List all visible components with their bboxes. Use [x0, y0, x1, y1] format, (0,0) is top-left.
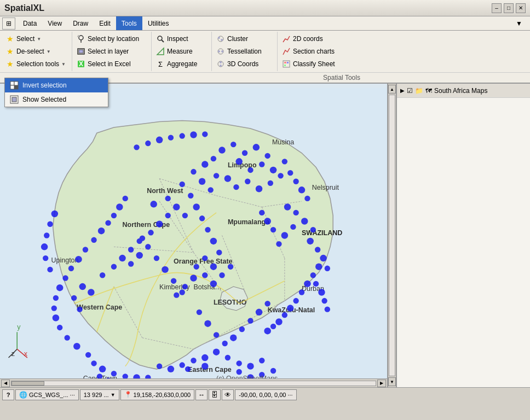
aggregate-button[interactable]: Σ Aggregate: [155, 58, 208, 70]
layer-checkbox[interactable]: ☑: [407, 87, 413, 95]
svg-point-64: [268, 180, 273, 186]
svg-line-8: [162, 40, 164, 42]
tree-expand-icon[interactable]: ▶: [400, 88, 405, 94]
toolbar-col-select: ★ Select ▼ ★ De-select ▼ ★ Selection too…: [1, 32, 72, 71]
svg-point-136: [111, 371, 117, 376]
svg-point-58: [201, 161, 208, 167]
svg-point-91: [287, 305, 293, 311]
menu-utilities[interactable]: Utilities: [142, 16, 175, 30]
inspect-button[interactable]: Inspect: [155, 33, 208, 45]
select-button[interactable]: ★ Select ▼: [4, 33, 68, 45]
scroll-track-v[interactable]: [389, 95, 395, 376]
svg-point-14: [218, 50, 220, 52]
measure-button[interactable]: Measure: [155, 45, 208, 57]
scroll-left-btn[interactable]: ◀: [1, 380, 10, 387]
select-in-layer-button[interactable]: Select in layer: [76, 45, 148, 57]
svg-point-15: [221, 50, 223, 52]
svg-point-119: [57, 325, 62, 330]
deselect-arrow: ▼: [47, 49, 51, 54]
svg-point-167: [228, 264, 233, 269]
svg-point-95: [264, 328, 270, 334]
svg-point-151: [71, 295, 77, 301]
svg-point-198: [47, 221, 53, 227]
svg-point-99: [325, 306, 330, 312]
sidebar-content: [397, 98, 530, 387]
svg-point-17: [220, 61, 222, 63]
tessellation-button[interactable]: Tessellation: [215, 45, 274, 57]
menu-draw[interactable]: Draw: [67, 16, 94, 30]
coords-label: 19,158,-20,630,0,000: [134, 392, 191, 398]
svg-rect-21: [287, 62, 289, 63]
menu-data[interactable]: Data: [18, 16, 42, 30]
eye-status[interactable]: 👁: [222, 389, 234, 400]
deselect-star-icon: ★: [5, 47, 14, 56]
svg-point-105: [201, 354, 208, 361]
svg-point-54: [270, 167, 276, 173]
classify-sheet-button[interactable]: Classify Sheet: [281, 58, 345, 70]
svg-point-158: [148, 230, 153, 235]
deselect-button[interactable]: ★ De-select ▼: [4, 45, 68, 57]
svg-point-92: [282, 312, 287, 318]
svg-point-67: [199, 178, 205, 184]
show-selected-item[interactable]: Show Selected: [5, 92, 108, 107]
menu-bar: ⊞ Data View Draw Edit Tools Utilities ▼: [0, 16, 530, 31]
invert-icon: [9, 80, 19, 90]
svg-point-127: [83, 247, 88, 252]
menu-grid-icon[interactable]: ⊞: [2, 18, 15, 30]
2d-coords-button[interactable]: 2D coords: [281, 33, 345, 45]
2d-coords-label: 2D coords: [293, 35, 323, 43]
svg-point-156: [165, 213, 171, 218]
scroll-right-btn[interactable]: ▶: [377, 380, 386, 387]
arrows-icon: ↔: [198, 391, 205, 399]
menu-edit[interactable]: Edit: [94, 16, 116, 30]
svg-point-102: [236, 360, 241, 366]
svg-point-183: [171, 278, 176, 283]
tessellation-label: Tessellation: [227, 48, 262, 55]
scroll-thumb-h[interactable]: [11, 381, 44, 386]
svg-point-201: [145, 141, 151, 146]
close-button[interactable]: ✕: [516, 3, 526, 13]
menu-collapse[interactable]: ▼: [510, 16, 528, 30]
select-in-excel-button[interactable]: X Select in Excel: [76, 58, 148, 70]
svg-point-60: [224, 175, 231, 182]
scroll-track-h[interactable]: [11, 381, 376, 386]
v-scrollbar[interactable]: ▲ ▼: [388, 84, 396, 387]
svg-point-197: [44, 232, 49, 238]
svg-point-180: [145, 244, 151, 249]
menu-view[interactable]: View: [42, 16, 67, 30]
svg-point-51: [235, 158, 242, 165]
invert-selection-label: Invert selection: [22, 81, 67, 89]
menu-tools[interactable]: Tools: [116, 16, 142, 30]
3d-coords-button[interactable]: 3D Coords: [215, 58, 274, 70]
svg-point-124: [62, 275, 68, 281]
db-status[interactable]: 🗄: [209, 389, 221, 400]
svg-point-163: [202, 272, 208, 278]
count-status[interactable]: 13 929 ... ▼: [80, 389, 119, 400]
h-scrollbar[interactable]: ◀ ▶: [0, 378, 387, 387]
help-button[interactable]: ?: [2, 389, 14, 400]
scroll-down-btn[interactable]: ▼: [388, 377, 396, 386]
sidebar-title: South Africa Maps: [434, 87, 487, 95]
svg-point-76: [290, 224, 296, 230]
invert-selection-item[interactable]: Invert selection: [5, 78, 108, 92]
svg-point-202: [156, 137, 163, 143]
svg-point-191: [247, 318, 253, 323]
svg-point-162: [210, 263, 217, 270]
svg-point-173: [193, 203, 199, 210]
svg-point-157: [156, 220, 163, 227]
selection-tools-button[interactable]: ★ Selection tools ▼: [4, 58, 68, 70]
svg-point-204: [180, 133, 185, 138]
scroll-up-btn[interactable]: ▲: [388, 85, 396, 94]
cluster-button[interactable]: Cluster: [215, 33, 274, 45]
map-area[interactable]: Northern Cape Western Cape Eastern Cape …: [0, 84, 388, 387]
section-charts-button[interactable]: Section charts: [281, 45, 345, 57]
toolbar-col-selectby: Select by location Select in layer X Sel…: [72, 32, 152, 71]
select-by-location-button[interactable]: Select by location: [76, 33, 148, 45]
arrows-status[interactable]: ↔: [195, 389, 208, 400]
minimize-button[interactable]: –: [492, 3, 502, 13]
restore-button[interactable]: □: [504, 3, 514, 13]
crs-status[interactable]: 🌐 GCS_WGS_... ···: [15, 389, 79, 400]
svg-point-49: [253, 144, 260, 150]
cluster-label: Cluster: [227, 35, 248, 43]
main-layout: Northern Cape Western Cape Eastern Cape …: [0, 84, 530, 387]
